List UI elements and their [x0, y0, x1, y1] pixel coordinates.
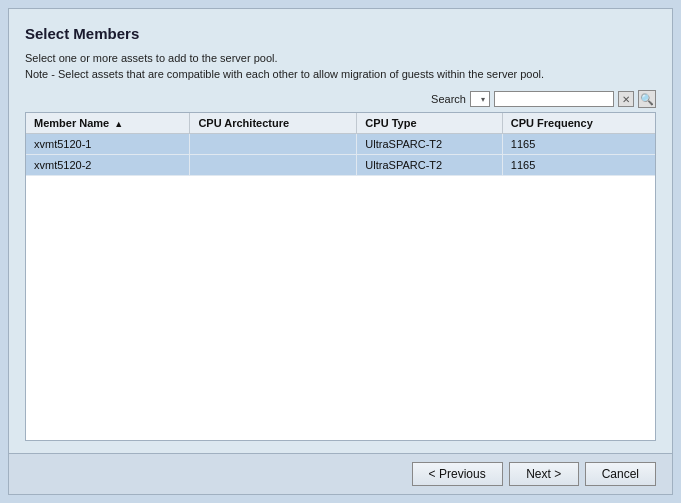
cpu-type-cell: UltraSPARC-T2: [357, 155, 502, 176]
col-cpu-architecture[interactable]: CPU Architecture: [190, 113, 357, 134]
dialog-footer: < Previous Next > Cancel: [9, 453, 672, 494]
table-header-row: Member Name ▲ CPU Architecture CPU Type …: [26, 113, 655, 134]
member-name-cell: xvmt5120-1: [26, 134, 190, 155]
dialog-description: Select one or more assets to add to the …: [25, 52, 656, 64]
table-row[interactable]: xvmt5120-1UltraSPARC-T21165: [26, 134, 655, 155]
select-members-dialog: Select Members Select one or more assets…: [8, 8, 673, 495]
search-dropdown-text: [475, 93, 478, 105]
table-row[interactable]: xvmt5120-2UltraSPARC-T21165: [26, 155, 655, 176]
col-cpu-type[interactable]: CPU Type: [357, 113, 502, 134]
table-body: xvmt5120-1UltraSPARC-T21165xvmt5120-2Ult…: [26, 134, 655, 176]
cpu-architecture-cell: [190, 134, 357, 155]
search-input[interactable]: [494, 91, 614, 107]
cancel-button[interactable]: Cancel: [585, 462, 656, 486]
col-cpu-architecture-label: CPU Architecture: [198, 117, 289, 129]
col-cpu-type-label: CPU Type: [365, 117, 416, 129]
cpu-frequency-cell: 1165: [502, 155, 655, 176]
col-cpu-frequency[interactable]: CPU Frequency: [502, 113, 655, 134]
cpu-type-cell: UltraSPARC-T2: [357, 134, 502, 155]
search-go-button[interactable]: 🔍: [638, 90, 656, 108]
search-label: Search: [431, 93, 466, 105]
col-member-name-label: Member Name: [34, 117, 109, 129]
search-bar: Search ▾ ✕ 🔍: [25, 90, 656, 108]
col-member-name[interactable]: Member Name ▲: [26, 113, 190, 134]
clear-search-button[interactable]: ✕: [618, 91, 634, 107]
search-dropdown[interactable]: ▾: [470, 91, 490, 107]
members-table-container: Member Name ▲ CPU Architecture CPU Type …: [25, 112, 656, 441]
member-name-cell: xvmt5120-2: [26, 155, 190, 176]
col-cpu-frequency-label: CPU Frequency: [511, 117, 593, 129]
next-button[interactable]: Next >: [509, 462, 579, 486]
dialog-note: Note - Select assets that are compatible…: [25, 68, 656, 80]
sort-asc-icon: ▲: [114, 119, 123, 129]
dialog-title: Select Members: [25, 25, 656, 42]
cpu-architecture-cell: [190, 155, 357, 176]
members-table: Member Name ▲ CPU Architecture CPU Type …: [26, 113, 655, 176]
cpu-frequency-cell: 1165: [502, 134, 655, 155]
chevron-down-icon: ▾: [481, 95, 485, 104]
previous-button[interactable]: < Previous: [412, 462, 503, 486]
